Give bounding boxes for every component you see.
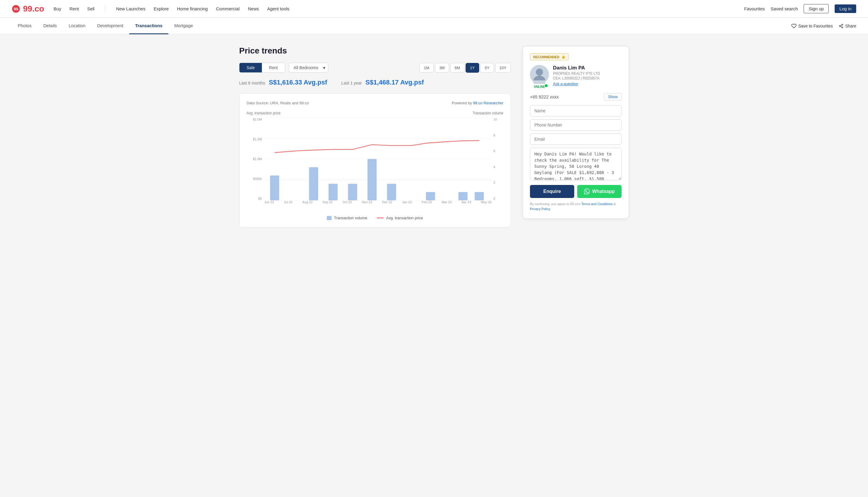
x-label-may23: May 23 [481,200,491,204]
sale-rent-toggle: Sale Rent [239,63,285,73]
nav-saved-search[interactable]: Saved search [771,6,798,11]
y-left-label: Avg. transaction price [247,111,280,115]
phone-input[interactable] [530,119,621,131]
nav-sign-up[interactable]: Sign up [804,4,829,13]
subnav-location[interactable]: Location [63,18,91,34]
show-phone-button[interactable]: Show [604,93,621,100]
whatsapp-label: Whatsapp [592,189,615,194]
period-3m[interactable]: 3M [435,63,449,73]
save-to-favourites-button[interactable]: Save to Favourites [791,23,833,29]
y-label-1m: $1.0M [253,157,262,161]
nav-new-launches[interactable]: New Launches [116,6,145,11]
x-label-jul22: Jul 22 [284,200,292,204]
period-1m[interactable]: 1M [420,63,434,73]
nav-home-financing[interactable]: Home financing [177,6,208,11]
sub-navigation: Photos Details Location Development Tran… [0,18,868,34]
data-source: Data Source: URA, Realis and 99.co [247,101,309,105]
bar-aug22 [309,167,318,200]
agent-card: RECOMMENDED 👍 ONLINE [523,46,629,219]
nav-news[interactable]: News [248,6,259,11]
avg-price-line [275,141,479,153]
bar-dec22 [387,184,396,200]
y-axis-right: 10 8 6 4 2 0 [491,118,503,200]
site-logo[interactable]: 99 99.co [12,4,44,14]
y-axis-left: $2.0M $1.5M $1.0M $500k $0 [247,118,264,200]
left-panel: Price trends Sale Rent All Bedrooms 1 Be… [239,46,511,228]
agent-avatar-wrap: ONLINE [530,65,549,88]
x-axis-labels: Jun 22 Jul 22 Aug 22 Sep 22 Oct 22 Nov 2… [264,200,491,212]
whatsapp-icon [584,188,590,195]
ask-question-link[interactable]: Ask a question [553,82,578,86]
nav-sell[interactable]: Sell [87,6,94,11]
nav-rent[interactable]: Rent [69,6,79,11]
privacy-link[interactable]: Privacy Policy [530,207,550,211]
nav-commercial[interactable]: Commercial [216,6,240,11]
terms-link[interactable]: Terms and Conditions [581,202,613,205]
y-right-10: 10 [493,118,497,121]
stat-6months-label: Last 6 months [239,81,265,85]
subnav-transactions[interactable]: Transactions [129,18,168,34]
whatsapp-button[interactable]: Whatsapp [577,185,621,198]
nav-agent-tools[interactable]: Agent tools [267,6,289,11]
y-label-2m: $2.0M [253,118,262,121]
svg-line-5 [840,26,842,27]
legend-price-label: Avg. transaction price [386,216,423,220]
x-label-feb23: Feb 23 [422,200,432,204]
bedroom-select[interactable]: All Bedrooms 1 Bedroom 2 Bedrooms 3 Bedr… [289,63,328,73]
share-button[interactable]: Share [839,24,856,28]
message-textarea[interactable]: Hey Danis Lim PA! Would like to check th… [530,148,621,180]
phone-row: +65 9222 xxxx Show [530,93,621,100]
enquire-button[interactable]: Enquire [530,185,574,198]
legend-volume-label: Transaction volume [334,216,367,220]
nav-log-in[interactable]: Log in [835,4,856,13]
researcher-link[interactable]: 99.co Researcher [473,101,503,105]
chart-legend: Transaction volume Avg. transaction pric… [247,216,503,220]
powered-by: Powered by 99.co Researcher [452,101,503,105]
legend-line-icon [377,217,384,218]
x-label-apr23: Apr 23 [461,200,471,204]
svg-point-2 [842,24,843,25]
page-title: Price trends [239,46,511,56]
bar-apr23 [458,192,468,200]
legend-volume: Transaction volume [327,216,367,220]
period-5y[interactable]: 5Y [480,63,494,73]
x-label-jun22: Jun 22 [264,200,274,204]
sale-toggle-button[interactable]: Sale [239,63,262,72]
subnav-photos[interactable]: Photos [12,18,38,34]
right-panel: RECOMMENDED 👍 ONLINE [523,46,629,219]
stat-6months-value: S$1,616.33 Avg.psf [269,79,327,86]
stat-1year-value: S$1,468.17 Avg.psf [366,79,424,86]
name-input[interactable] [530,105,621,116]
heart-icon [791,23,797,29]
bar-sep22 [328,184,338,200]
top-navigation: 99 99.co Buy Rent Sell New Launches Expl… [0,0,868,18]
sub-nav-links: Photos Details Location Development Tran… [12,18,791,34]
nav-explore[interactable]: Explore [153,6,168,11]
agent-company: PROPNEX REALTY PTE LTD [553,71,621,76]
svg-point-3 [839,25,840,27]
period-6m[interactable]: 6M [450,63,465,73]
rent-toggle-button[interactable]: Rent [262,63,285,72]
period-1y[interactable]: 1Y [466,63,479,73]
online-indicator [544,84,548,88]
bar-feb23 [426,192,435,200]
nav-buy[interactable]: Buy [54,6,61,11]
agent-name: Danis Lim PA [553,65,621,71]
subnav-development[interactable]: Development [91,18,129,34]
period-group: 1M 3M 6M 1Y 5Y 10Y [420,63,511,73]
share-icon [839,24,843,28]
period-10y[interactable]: 10Y [495,63,511,73]
bar-may23 [475,192,484,200]
email-input[interactable] [530,133,621,145]
subnav-mortgage[interactable]: Mortgage [168,18,199,34]
y-right-4: 4 [493,165,495,169]
y-right-8: 8 [493,133,495,137]
recommended-badge: RECOMMENDED 👍 [530,54,569,60]
bar-oct22 [348,184,357,200]
x-label-jan23: Jan 23 [402,200,412,204]
x-label-oct22: Oct 22 [342,200,352,204]
recommended-label: RECOMMENDED [533,55,559,59]
chart-svg [264,118,491,200]
subnav-details[interactable]: Details [38,18,63,34]
nav-favourites[interactable]: Favourites [744,6,765,11]
